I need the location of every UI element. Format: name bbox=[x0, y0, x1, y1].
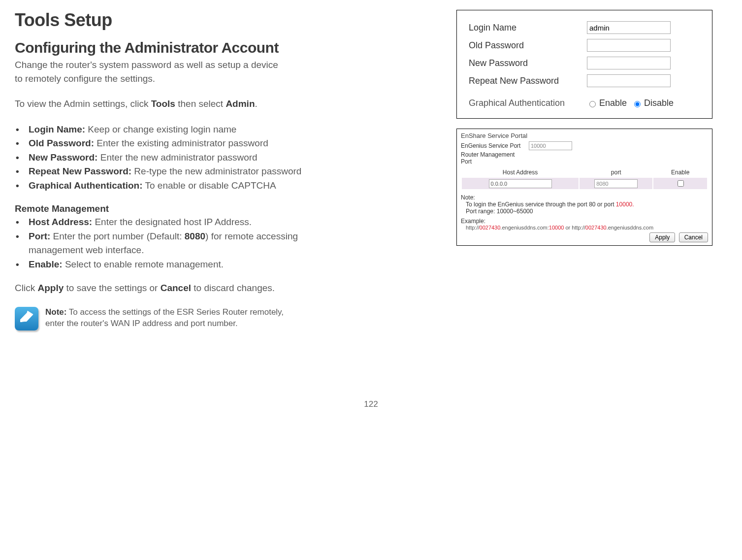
list-item: Graphical Authentication: To enable or d… bbox=[15, 179, 335, 193]
list-item: Repeat New Password: Re-type the new adm… bbox=[15, 165, 335, 179]
enable-checkbox[interactable] bbox=[677, 180, 684, 187]
apply-button[interactable]: Apply bbox=[649, 232, 675, 242]
note-block: Note: To access the settings of the ESR … bbox=[15, 307, 335, 330]
new-password-input[interactable] bbox=[587, 57, 671, 69]
table-row bbox=[462, 178, 707, 189]
page-title: Tools Setup bbox=[15, 10, 335, 31]
panel-example: Example: http://0027430.engeniusddns.com… bbox=[461, 218, 708, 231]
login-name-input[interactable] bbox=[587, 21, 671, 34]
mgmt-port-label: Router Management Port bbox=[461, 151, 525, 165]
login-name-label: Login Name bbox=[469, 23, 587, 33]
disable-radio[interactable] bbox=[634, 101, 641, 107]
page-number: 122 bbox=[15, 330, 727, 409]
list-item: Old Password: Enter the existing adminis… bbox=[15, 136, 335, 151]
remote-management-panel: EnShare Service Portal EnGenius Service … bbox=[456, 129, 712, 246]
host-address-input[interactable] bbox=[489, 179, 552, 188]
view-instruction: To view the Admin settings, click Tools … bbox=[15, 97, 335, 111]
intro-text: Change the router's system password as w… bbox=[15, 58, 335, 85]
portal-title: EnShare Service Portal bbox=[461, 132, 708, 139]
intro-line-2: to remotely configure the settings. bbox=[15, 73, 155, 84]
remote-table: Host Address port Enable bbox=[461, 167, 708, 190]
list-item: Host Address: Enter the designated host … bbox=[15, 215, 335, 230]
new-password-label: New Password bbox=[469, 58, 587, 68]
repeat-password-input[interactable] bbox=[587, 74, 671, 87]
old-password-label: Old Password bbox=[469, 40, 587, 51]
section-heading: Configuring the Administrator Account bbox=[15, 39, 335, 56]
list-item: Port: Enter the port number (Default: 80… bbox=[15, 230, 335, 258]
note-pencil-icon bbox=[15, 307, 38, 330]
graphical-auth-label: Graphical Authentication bbox=[469, 98, 587, 108]
th-enable: Enable bbox=[653, 168, 707, 177]
old-password-input[interactable] bbox=[587, 39, 671, 52]
apply-instruction: Click Apply to save the settings or Canc… bbox=[15, 281, 335, 295]
disable-radio-label[interactable]: Disable bbox=[632, 98, 674, 108]
field-bullet-list: Login Name: Keep or change existing logi… bbox=[15, 123, 335, 193]
th-port: port bbox=[580, 168, 652, 177]
remote-management-heading: Remote Management bbox=[15, 203, 335, 214]
panel-note: Note: To login the EnGenius service thro… bbox=[461, 194, 708, 215]
admin-password-panel: Login Name Old Password New Password Rep… bbox=[456, 10, 712, 119]
th-host: Host Address bbox=[462, 168, 579, 177]
list-item: Enable: Select to enable remote manageme… bbox=[15, 258, 335, 272]
list-item: Login Name: Keep or change existing logi… bbox=[15, 123, 335, 137]
remote-bullet-list: Host Address: Enter the designated host … bbox=[15, 215, 335, 271]
intro-line-1: Change the router's system password as w… bbox=[15, 60, 278, 70]
enable-radio[interactable] bbox=[589, 101, 596, 107]
repeat-password-label: Repeat New Password bbox=[469, 76, 587, 86]
port-input[interactable] bbox=[594, 179, 638, 188]
cancel-button[interactable]: Cancel bbox=[679, 232, 708, 242]
list-item: New Password: Enter the new administrato… bbox=[15, 151, 335, 165]
enable-radio-label[interactable]: Enable bbox=[587, 98, 627, 108]
service-port-input[interactable] bbox=[529, 141, 572, 150]
service-port-label: EnGenius Service Port bbox=[461, 142, 525, 149]
note-text: Note: To access the settings of the ESR … bbox=[45, 307, 284, 329]
